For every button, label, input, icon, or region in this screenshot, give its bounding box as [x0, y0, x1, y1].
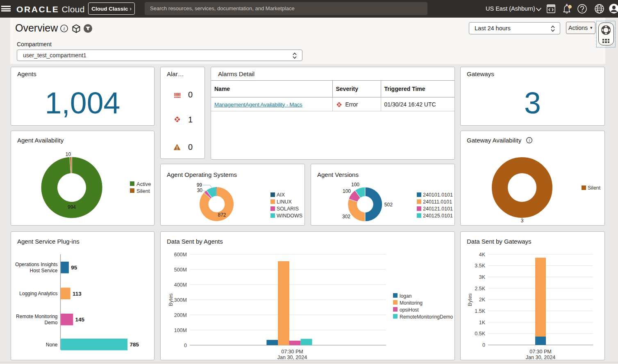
svg-text:0: 0 — [482, 342, 485, 348]
svg-text:600M: 600M — [174, 252, 187, 258]
svg-text:07:30 PM: 07:30 PM — [529, 349, 552, 355]
svg-text:502: 502 — [384, 202, 393, 208]
svg-text:30: 30 — [197, 188, 203, 193]
svg-text:2K: 2K — [479, 297, 486, 303]
svg-text:Jan 30, 2024: Jan 30, 2024 — [526, 355, 555, 360]
svg-text:200M: 200M — [174, 312, 187, 318]
svg-text:872: 872 — [218, 212, 226, 218]
svg-text:3.5K: 3.5K — [475, 263, 485, 269]
svg-text:Remote Monitoring: Remote Monitoring — [16, 314, 57, 319]
svg-text:300M: 300M — [174, 297, 187, 303]
svg-text:Jan 30, 2024: Jan 30, 2024 — [277, 355, 307, 360]
svg-text:113: 113 — [73, 291, 82, 297]
svg-text:Host Service: Host Service — [30, 268, 57, 274]
svg-text:100: 100 — [343, 188, 351, 194]
svg-text:3: 3 — [521, 218, 524, 224]
svg-text:500M: 500M — [174, 267, 187, 273]
svg-text:Logging Analytics: Logging Analytics — [19, 291, 57, 296]
svg-text:10: 10 — [66, 151, 71, 157]
svg-text:95: 95 — [71, 265, 77, 271]
svg-text:Bytes: Bytes — [168, 293, 174, 306]
svg-text:302: 302 — [342, 214, 350, 219]
svg-text:994: 994 — [68, 204, 76, 210]
svg-text:145: 145 — [75, 317, 85, 323]
svg-text:None: None — [46, 342, 58, 348]
svg-text:785: 785 — [130, 341, 139, 348]
svg-text:1.5K: 1.5K — [475, 308, 485, 314]
svg-text:Bytes: Bytes — [467, 293, 473, 306]
svg-text:4K: 4K — [479, 252, 486, 258]
svg-text:3K: 3K — [479, 274, 486, 280]
svg-text:99: 99 — [197, 182, 202, 188]
svg-text:1K: 1K — [479, 320, 486, 326]
svg-text:100: 100 — [351, 182, 359, 188]
svg-text:100M: 100M — [174, 328, 187, 333]
svg-text:2.5K: 2.5K — [475, 286, 485, 292]
svg-text:07:30 PM: 07:30 PM — [281, 349, 303, 355]
svg-text:Demo: Demo — [44, 320, 57, 326]
svg-text:400M: 400M — [174, 282, 187, 288]
svg-text:i: i — [64, 26, 65, 32]
svg-text:Operations Insights: Operations Insights — [15, 262, 57, 267]
svg-text:0: 0 — [184, 343, 187, 348]
svg-text:0.5K: 0.5K — [475, 331, 485, 337]
